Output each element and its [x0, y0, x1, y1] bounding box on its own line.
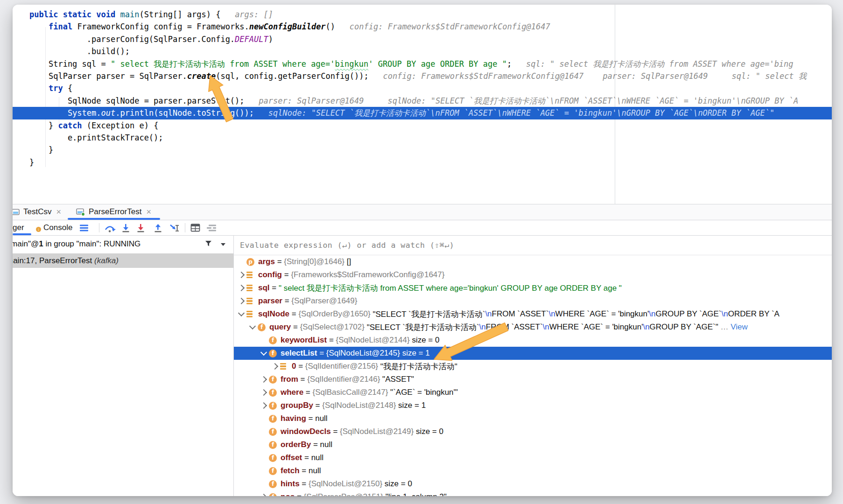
variable-row[interactable]: sql = " select 我是打卡活动卡活动 from ASSET wher… [234, 281, 832, 294]
variable-row[interactable]: fgroupBy = {SqlNodeList@2148} size = 1 [234, 399, 832, 412]
close-icon[interactable]: × [56, 208, 61, 216]
tab-parseerrortest[interactable]: ParseErrorTest × [76, 205, 151, 219]
chevron-right-icon[interactable] [260, 494, 267, 496]
variable-row[interactable]: fkeywordList = {SqlNodeList@2144} size =… [234, 334, 832, 347]
close-icon[interactable]: × [146, 208, 151, 216]
filter-icon[interactable] [205, 240, 212, 247]
variables-tree: pargs = {String[0]@1646} []config = {Fra… [234, 255, 832, 496]
code-editor[interactable]: public static void main(String[] args) {… [13, 5, 832, 204]
run-window-icon [13, 209, 20, 216]
code-line[interactable]: SqlParser parser = SqlParser.create(sql,… [13, 70, 832, 82]
variable-row[interactable]: fselectList = {SqlNodeList@2145} size = … [234, 347, 832, 360]
variable-row[interactable]: fwindowDecls = {SqlNodeList@2149} size =… [234, 425, 832, 438]
force-step-into-icon[interactable] [136, 220, 145, 235]
field-icon: f [269, 389, 277, 397]
chevron-down-icon[interactable] [249, 323, 255, 329]
field-icon: f [269, 467, 277, 475]
chevron-down-icon[interactable] [238, 310, 244, 316]
variable-name: args [258, 257, 275, 266]
field-icon: f [269, 350, 277, 357]
execution-line[interactable]: System.out.println(sqlNode.toString()); … [13, 107, 832, 119]
toolbar-separator [99, 223, 99, 232]
variable-name: selectList [281, 349, 317, 358]
code-line[interactable]: .build(); [13, 45, 832, 57]
variable-name: query [269, 322, 291, 332]
variable-name: parser [258, 296, 282, 306]
chevron-right-icon[interactable] [260, 402, 267, 409]
field-icon: f [269, 402, 277, 410]
step-over-icon[interactable] [104, 220, 116, 235]
variable-name: groupBy [281, 401, 313, 410]
tab-label: TestCsv [23, 207, 51, 217]
value-icon [246, 272, 253, 278]
chevron-down-icon[interactable] [260, 349, 267, 356]
variable-name: fetch [281, 466, 300, 476]
run-to-cursor-icon[interactable] [169, 220, 180, 235]
run-tab-bar: TestCsv × ParseErrorTest × [13, 204, 832, 220]
variable-row[interactable]: fhaving = null [234, 412, 832, 425]
variable-row[interactable]: forderBy = null [234, 438, 832, 451]
code-line[interactable]: } catch (Exception e) { [13, 119, 832, 132]
menu-icon[interactable] [79, 220, 89, 235]
variable-row[interactable]: parser = {SqlParser@1649} [234, 294, 832, 308]
field-icon: f [269, 480, 277, 488]
variable-name: having [281, 414, 306, 423]
field-icon: f [269, 428, 277, 436]
code-lines: public static void main(String[] args) {… [13, 8, 832, 168]
step-into-icon[interactable] [121, 220, 130, 235]
field-icon: f [269, 336, 277, 344]
chevron-right-icon[interactable] [260, 376, 267, 383]
variable-row[interactable]: fhints = {SqlNodeList@2150} size = 0 [234, 477, 832, 490]
variable-name: sql [258, 283, 270, 293]
code-line[interactable]: } [13, 144, 832, 156]
value-icon [246, 311, 253, 317]
variable-name: hints [281, 479, 300, 489]
tab-console[interactable]: ↓ Console [36, 220, 72, 235]
code-line[interactable]: SqlNode sqlNode = parser.parseStmt(); pa… [13, 95, 832, 107]
parameter-icon: p [246, 258, 254, 266]
table-icon[interactable] [190, 220, 200, 235]
evaluate-expression-input[interactable]: Evaluate expression (↵) or add a watch (… [234, 236, 832, 255]
ide-window: public static void main(String[] args) {… [13, 5, 832, 496]
debugger-tab-underline [13, 233, 31, 235]
variable-row[interactable]: ffetch = null [234, 464, 832, 477]
stack-frame-row[interactable]: main:17, ParseErrorTest (kafka) [13, 253, 233, 268]
chevron-right-icon[interactable] [271, 363, 278, 370]
variable-row[interactable]: foffset = null [234, 451, 832, 464]
thread-row[interactable]: "main"@1 in group "main": RUNNING [13, 236, 233, 252]
code-line[interactable]: public static void main(String[] args) {… [13, 8, 832, 21]
layout-settings-icon[interactable] [206, 220, 217, 235]
variables-panel: Evaluate expression (↵) or add a watch (… [233, 236, 832, 496]
variable-row[interactable]: ffrom = {SqlIdentifier@2146} "ASSET" [234, 373, 832, 386]
code-line[interactable]: .parserConfig(SqlParser.Config.DEFAULT) [13, 33, 832, 45]
view-link[interactable]: View [731, 322, 748, 332]
variable-row[interactable]: fquery = {SqlSelect@1702} "SELECT `我是打卡活… [234, 321, 832, 334]
active-tab-underline [68, 218, 160, 220]
variable-row[interactable]: pargs = {String[0]@1646} [] [234, 255, 832, 268]
code-line[interactable]: final FrameworkConfig config = Framework… [13, 21, 832, 33]
code-line[interactable]: } [13, 156, 832, 168]
variable-row[interactable]: config = {Frameworks$StdFrameworkConfig@… [234, 268, 832, 281]
frames-panel: "main"@1 in group "main": RUNNING main:1… [13, 236, 233, 496]
code-line[interactable]: e.printStackTrace(); [13, 132, 832, 144]
variable-name: where [281, 388, 303, 397]
chevron-right-icon[interactable] [238, 285, 244, 291]
variable-row[interactable]: 0 = {SqlIdentifier@2156} "我是打卡活动卡活动" [234, 360, 832, 373]
variable-row[interactable]: fwhere = {SqlBasicCall@2147} "`AGE` = 'b… [234, 386, 832, 399]
variable-row[interactable]: fpos = {SqlParserPos@2151} "line 1, colu… [234, 490, 832, 496]
tab-testcsv[interactable]: TestCsv × [13, 205, 61, 219]
chevron-right-icon[interactable] [238, 272, 244, 278]
chevron-right-icon[interactable] [238, 298, 244, 304]
chevron-right-icon[interactable] [260, 389, 267, 396]
variable-row[interactable]: sqlNode = {SqlOrderBy@1650} "SELECT `我是打… [234, 308, 832, 321]
step-out-icon[interactable] [154, 220, 162, 235]
variable-name: config [258, 270, 282, 280]
chevron-down-icon[interactable] [221, 243, 225, 246]
debug-toolbar: Debugger ↓ Console [13, 220, 832, 236]
evaluate-placeholder: Evaluate expression (↵) or add a watch (… [240, 241, 454, 250]
code-line[interactable]: String sql = " select 我是打卡活动卡活动 from ASS… [13, 58, 832, 70]
value-icon [246, 285, 253, 291]
code-line[interactable]: try { [13, 82, 832, 94]
variable-name: from [281, 375, 298, 384]
value-icon [246, 298, 253, 304]
